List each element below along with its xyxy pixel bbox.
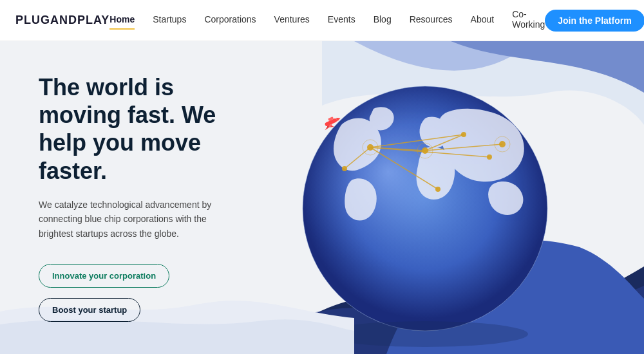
- hero-title: The world is moving fast. We help you mo…: [39, 73, 232, 185]
- nav-item-corporations[interactable]: Corporations: [204, 14, 256, 27]
- svg-point-16: [435, 187, 440, 192]
- join-platform-button[interactable]: Join the Platform: [545, 10, 644, 32]
- nav-item-blog[interactable]: Blog: [374, 14, 392, 27]
- nav-item-co-working[interactable]: Co-Working: [512, 9, 545, 32]
- hero-buttons: Innovate your corporation Boost your sta…: [39, 264, 232, 322]
- svg-point-15: [487, 154, 492, 160]
- svg-point-11: [367, 144, 374, 151]
- hero-subtitle: We catalyze technological advancement by…: [39, 198, 232, 241]
- logo[interactable]: PLUGandPLAY: [15, 14, 109, 27]
- nav-item-startups[interactable]: Startups: [153, 14, 186, 27]
- svg-point-14: [461, 132, 466, 137]
- main-nav: HomeStartupsCorporationsVenturesEventsBl…: [109, 9, 545, 32]
- nav-item-events[interactable]: Events: [328, 14, 355, 27]
- nav-item-home[interactable]: Home: [109, 14, 135, 27]
- hero-content: The world is moving fast. We help you mo…: [0, 41, 270, 354]
- hero-section: The world is moving fast. We help you mo…: [0, 41, 644, 354]
- nav-item-resources[interactable]: Resources: [410, 14, 453, 27]
- nav-item-about[interactable]: About: [471, 14, 495, 27]
- svg-point-17: [499, 141, 506, 147]
- svg-point-13: [422, 147, 428, 154]
- boost-startup-button[interactable]: Boost your startup: [39, 298, 140, 322]
- svg-point-12: [342, 166, 347, 171]
- main-header: PLUGandPLAY HomeStartupsCorporationsVent…: [0, 0, 644, 41]
- nav-item-ventures[interactable]: Ventures: [274, 14, 310, 27]
- innovate-corp-button[interactable]: Innovate your corporation: [39, 264, 169, 288]
